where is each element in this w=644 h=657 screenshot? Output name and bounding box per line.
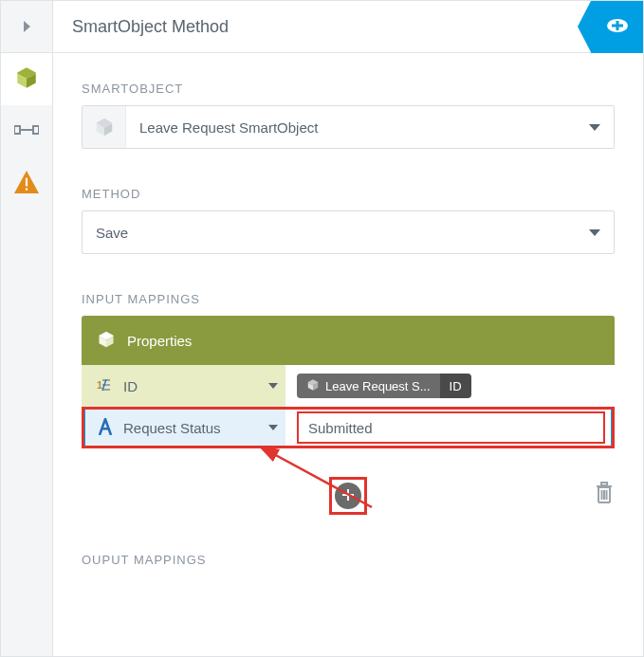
section-output-mappings: OUPUT MAPPINGS [82,553,615,567]
panel-header-title: Properties [127,333,192,349]
svg-rect-3 [26,178,28,187]
rail-item-warnings[interactable] [1,157,52,210]
chevron-down-icon [589,124,600,131]
map-fields-icon [14,120,39,142]
cube-white-icon [97,330,116,352]
add-mapping-button[interactable] [329,477,367,515]
section-input-mappings: INPUT MAPPINGS Properties 1 [82,292,615,515]
method-chevron[interactable] [576,211,614,253]
method-select[interactable]: Save [82,210,615,254]
chevron-right-icon [24,21,30,32]
sidebar-rail [1,1,53,656]
mapping-value-status-text: Submitted [308,420,373,436]
input-mappings-panel: Properties 1 ID [82,316,615,515]
section-smartobject: SMARTOBJECT Leave Request SmartObject [82,82,615,149]
smartobject-value: Leave Request SmartObject [126,106,576,148]
rail-item-mapping[interactable] [1,105,52,157]
text-field-icon [97,418,114,438]
section-label-method: METHOD [82,187,615,201]
svg-rect-4 [26,189,28,191]
reference-chip-tail: ID [440,374,471,398]
chevron-down-icon [589,229,600,236]
mapping-property-id[interactable]: 1 ID [82,365,285,407]
smartobject-chevron[interactable] [576,106,614,148]
mapping-property-status-label: Request Status [123,420,259,436]
plus-burst-icon [605,16,630,38]
id-field-icon: 1 [97,376,114,396]
delete-mapping-button[interactable] [594,481,615,506]
section-label-smartobject: SMARTOBJECT [82,82,615,96]
cube-icon [14,65,39,93]
mapping-property-status[interactable]: Request Status [82,407,285,448]
page-title: SmartObject Method [72,17,229,37]
mapping-property-id-label: ID [123,378,259,394]
plus-icon [340,487,356,505]
section-method: METHOD Save [82,187,615,254]
svg-rect-13 [601,483,607,485]
panel-header-properties: Properties [82,316,615,365]
add-action-button[interactable] [591,1,643,53]
svg-text:1: 1 [97,379,102,391]
mapping-value-status-input[interactable]: Submitted [297,411,605,444]
svg-rect-7 [612,24,623,27]
method-value: Save [83,211,576,253]
mapping-row-status[interactable]: Request Status Submitted [82,407,615,448]
warning-icon [14,171,39,196]
rail-item-smartobject[interactable] [1,53,52,105]
section-label-input-mappings: INPUT MAPPINGS [82,292,615,306]
svg-rect-11 [342,494,354,496]
mapping-row-id[interactable]: 1 ID Leave Request S. [82,365,615,407]
cube-outline-icon [83,106,126,148]
svg-rect-0 [14,126,20,134]
mapping-value-status[interactable]: Submitted [285,407,615,448]
chevron-down-icon[interactable] [268,383,278,389]
collapse-toggle[interactable] [1,1,52,53]
reference-chip-main: Leave Request S... [325,379,431,393]
titlebar: SmartObject Method [53,1,643,53]
reference-chip[interactable]: Leave Request S... ID [297,374,471,398]
trash-icon [594,491,615,506]
mapping-value-id[interactable]: Leave Request S... ID [285,365,615,407]
svg-rect-1 [33,126,39,134]
section-label-output-mappings: OUPUT MAPPINGS [82,553,615,567]
smartobject-select[interactable]: Leave Request SmartObject [82,105,615,149]
cube-chip-icon [306,378,320,394]
mapping-footer [82,477,615,515]
chevron-down-icon[interactable] [268,425,278,430]
